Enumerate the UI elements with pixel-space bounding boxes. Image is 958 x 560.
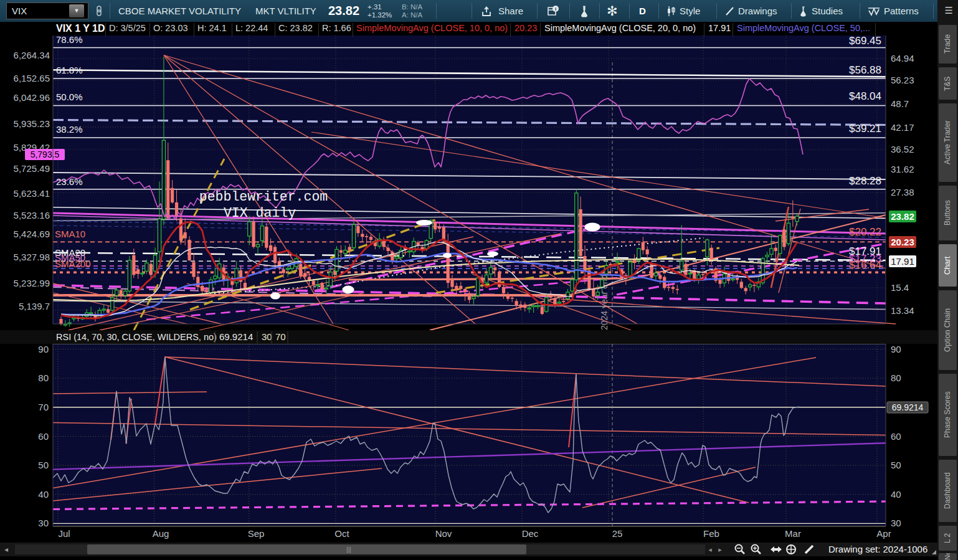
svg-text:48.7: 48.7 bbox=[891, 98, 909, 109]
svg-text:78.6%: 78.6% bbox=[56, 34, 83, 45]
svg-text:5,232.99: 5,232.99 bbox=[14, 278, 50, 288]
svg-text:Dec: Dec bbox=[522, 528, 539, 539]
svg-text:VIX daily: VIX daily bbox=[224, 206, 296, 221]
svg-text:Mar: Mar bbox=[785, 528, 801, 539]
svg-text:6,264.34: 6,264.34 bbox=[14, 50, 50, 60]
svg-text:$16.64: $16.64 bbox=[849, 259, 881, 271]
svg-text:38.2%: 38.2% bbox=[56, 124, 83, 135]
svg-text:◂: ◂ bbox=[4, 545, 8, 554]
svg-text:5,623.41: 5,623.41 bbox=[14, 188, 50, 199]
svg-text:5,725.49: 5,725.49 bbox=[14, 163, 50, 174]
svg-text:$69.45: $69.45 bbox=[849, 35, 881, 47]
svg-text:◂: ◂ bbox=[708, 546, 712, 553]
svg-text:13.34: 13.34 bbox=[891, 305, 914, 316]
svg-text:70: 70 bbox=[275, 331, 286, 342]
svg-text:Nov: Nov bbox=[435, 528, 452, 539]
svg-text:30: 30 bbox=[262, 331, 272, 342]
svg-text:SMA200: SMA200 bbox=[55, 259, 91, 269]
svg-text:5,793.5: 5,793.5 bbox=[31, 149, 60, 159]
svg-text:Oct: Oct bbox=[334, 528, 349, 539]
svg-text:SMA10: SMA10 bbox=[55, 229, 85, 239]
svg-text:Apr: Apr bbox=[876, 528, 891, 539]
svg-text:5,139.7: 5,139.7 bbox=[19, 301, 50, 311]
svg-text:50: 50 bbox=[891, 460, 901, 470]
svg-text:Jul: Jul bbox=[58, 528, 70, 539]
svg-text:$56.88: $56.88 bbox=[849, 64, 881, 76]
svg-text:Aug: Aug bbox=[153, 528, 169, 539]
svg-text:50: 50 bbox=[38, 460, 49, 470]
svg-text:6,152.65: 6,152.65 bbox=[14, 73, 50, 83]
svg-text:61.8%: 61.8% bbox=[56, 65, 83, 75]
svg-text:60: 60 bbox=[38, 431, 49, 442]
svg-text:$48.04: $48.04 bbox=[849, 90, 881, 102]
svg-text:▸: ▸ bbox=[718, 546, 722, 553]
svg-text:Drawing set: 2024-1006: Drawing set: 2024-1006 bbox=[828, 544, 927, 554]
svg-text:17.91: 17.91 bbox=[891, 256, 914, 267]
svg-text:70: 70 bbox=[38, 402, 49, 412]
svg-text:42.17: 42.17 bbox=[891, 122, 914, 133]
svg-text:69.9214: 69.9214 bbox=[892, 402, 924, 412]
svg-text:pebblewriter.com: pebblewriter.com bbox=[199, 189, 328, 204]
svg-text:27.38: 27.38 bbox=[891, 187, 914, 197]
svg-text:$28.28: $28.28 bbox=[849, 175, 881, 187]
svg-text:30: 30 bbox=[891, 518, 901, 528]
svg-text:25: 25 bbox=[612, 528, 623, 539]
svg-text:Feb: Feb bbox=[703, 528, 719, 539]
svg-text:Sep: Sep bbox=[248, 528, 265, 539]
svg-text:40: 40 bbox=[891, 489, 901, 500]
svg-text:23.82: 23.82 bbox=[891, 211, 914, 222]
svg-text:90: 90 bbox=[891, 344, 901, 354]
svg-text:|||: ||| bbox=[346, 546, 351, 553]
svg-text:20.23: 20.23 bbox=[891, 237, 914, 247]
svg-text:40: 40 bbox=[38, 489, 49, 500]
svg-text:60: 60 bbox=[891, 431, 901, 442]
svg-text:50.0%: 50.0% bbox=[56, 92, 83, 102]
svg-text:5,424.69: 5,424.69 bbox=[14, 229, 50, 239]
svg-text:23.6%: 23.6% bbox=[56, 176, 83, 187]
svg-text:69.9214: 69.9214 bbox=[219, 331, 253, 342]
svg-text:$20.22: $20.22 bbox=[849, 226, 881, 238]
svg-text:80: 80 bbox=[891, 373, 901, 383]
svg-text:5,327.98: 5,327.98 bbox=[14, 252, 50, 262]
svg-text:6,042.96: 6,042.96 bbox=[14, 92, 50, 103]
svg-text:5,523.16: 5,523.16 bbox=[14, 210, 50, 221]
svg-text:30: 30 bbox=[38, 518, 49, 528]
svg-text:5,935.23: 5,935.23 bbox=[14, 118, 50, 129]
svg-text:56.23: 56.23 bbox=[891, 75, 914, 85]
svg-text:36.52: 36.52 bbox=[891, 144, 914, 154]
svg-text:90: 90 bbox=[38, 344, 49, 354]
svg-text:15.4: 15.4 bbox=[891, 282, 909, 293]
svg-text:31.62: 31.62 bbox=[891, 164, 914, 174]
svg-text:$39.21: $39.21 bbox=[849, 123, 881, 135]
svg-text:80: 80 bbox=[38, 373, 49, 383]
svg-text:RSI (14, 70, 30, CLOSE, WILDER: RSI (14, 70, 30, CLOSE, WILDERS, no) bbox=[56, 332, 217, 342]
svg-text:i: i bbox=[555, 6, 556, 12]
svg-text:64.94: 64.94 bbox=[891, 53, 914, 64]
